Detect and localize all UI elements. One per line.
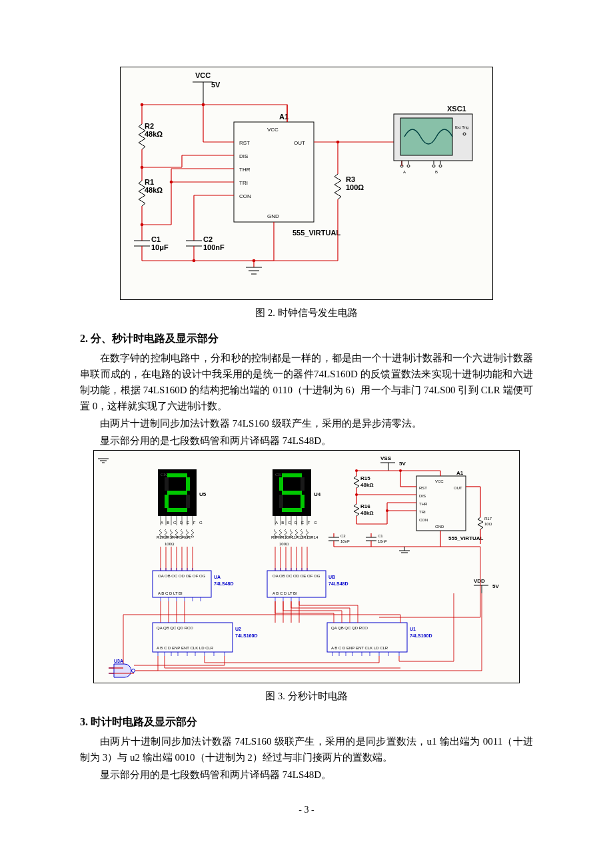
svg-point-57	[407, 165, 410, 167]
svg-rect-136	[167, 508, 187, 512]
vcc-label: VCC	[195, 71, 211, 79]
svg-text:R15: R15	[360, 475, 370, 481]
page-number: - 3 -	[80, 803, 533, 817]
svg-text:CK: CK	[161, 472, 167, 477]
svg-text:A B C D E F G: A B C D E F G	[275, 521, 318, 525]
chip-model: 555_VIRTUAL	[293, 229, 340, 237]
svg-text:C2: C2	[340, 534, 346, 538]
svg-text:VSS: VSS	[380, 455, 392, 461]
figure2-caption: 图 2. 时钟信号发生电路	[80, 305, 533, 321]
svg-text:QA QB QC QD   RCO: QA QB QC QD RCO	[157, 626, 193, 630]
svg-text:74LS160D: 74LS160D	[235, 633, 257, 638]
svg-rect-134	[167, 491, 187, 495]
c1-val: 10μF	[151, 243, 169, 251]
c2-name: C2	[203, 235, 213, 243]
svg-point-58	[432, 165, 435, 167]
svg-point-250	[132, 669, 135, 672]
svg-rect-153	[301, 495, 305, 508]
svg-text:A: A	[403, 170, 406, 174]
svg-rect-154	[282, 508, 302, 512]
svg-text:U2: U2	[235, 627, 241, 631]
svg-text:OUT: OUT	[454, 486, 462, 490]
section-3-p2: 显示部分用的是七段数码管和两片译码器 74LS48D。	[80, 767, 533, 783]
resistor-array-right: R8R9R10R11R12R13R14 100Ω	[271, 529, 318, 546]
svg-rect-137	[165, 477, 169, 491]
svg-text:CON: CON	[239, 193, 251, 199]
svg-text:QA QB QC QD   RCO: QA QB QC QD RCO	[331, 626, 368, 630]
svg-rect-53	[400, 118, 452, 155]
section-2-p1: 在数字钟的控制电路中，分和秒的控制都是一样的，都是由一个十进制计数器和一个六进制…	[80, 350, 533, 414]
svg-text:GND: GND	[435, 525, 444, 529]
svg-rect-156	[279, 495, 283, 508]
svg-rect-150	[282, 473, 302, 477]
figure3-caption: 图 3. 分秒计时电路	[80, 689, 533, 704]
svg-text:A B C D ENP ENT CLK LD CLR: A B C D ENP ENT CLK LD CLR	[157, 646, 214, 650]
svg-rect-152	[282, 491, 302, 495]
resistor-array-left: R1R2R3R4R5R6R7 100Ω	[157, 529, 194, 546]
svg-text:OUT: OUT	[294, 140, 305, 146]
seven-seg-u5: CK	[158, 469, 197, 516]
svg-text:U5: U5	[199, 491, 207, 497]
svg-point-98	[399, 469, 402, 472]
svg-text:OA OB OC OD OE OF OG: OA OB OC OD OE OF OG	[158, 574, 206, 578]
svg-point-59	[439, 165, 442, 167]
c1-name: C1	[151, 235, 161, 243]
section-2-p3: 显示部分用的是七段数码管和两片译码器 74LS48D。	[80, 433, 533, 449]
svg-point-104	[386, 509, 388, 512]
svg-text:U1: U1	[410, 627, 416, 631]
r1-name: R1	[145, 178, 154, 186]
r3-val: 100Ω	[346, 183, 364, 191]
svg-text:74LS160D: 74LS160D	[410, 633, 432, 638]
svg-point-18	[193, 259, 196, 263]
svg-text:U4: U4	[314, 491, 321, 497]
svg-text:74LS48D: 74LS48D	[328, 581, 348, 586]
svg-text:GND: GND	[267, 213, 279, 219]
svg-text:RST: RST	[419, 486, 427, 490]
svg-text:74LS48D: 74LS48D	[214, 581, 234, 586]
svg-text:UB: UB	[328, 575, 335, 579]
svg-text:TRI: TRI	[239, 180, 248, 186]
section-2-heading: 2. 分、秒计时电路及显示部分	[80, 330, 533, 347]
svg-text:U3A: U3A	[114, 659, 123, 663]
c2-val: 100nF	[203, 243, 225, 251]
svg-rect-151	[279, 477, 283, 491]
svg-text:Ext Trig: Ext Trig	[455, 125, 468, 129]
circuit-diagram-555: VCC 5V R2 48kΩ R1 48kΩ C1 10μF	[120, 67, 493, 300]
svg-text:10Ω: 10Ω	[484, 522, 492, 526]
circuit2-svg: VSS 5V R15 48kΩ R16 48kΩ A1 VCC RST OUT …	[94, 451, 520, 684]
svg-text:VDD: VDD	[474, 578, 485, 584]
r3-name: R3	[346, 175, 355, 183]
section-3-heading: 3. 时计时电路及显示部分	[80, 713, 533, 731]
circuit-diagram-minsec: VSS 5V R15 48kΩ R16 48kΩ A1 VCC RST OUT …	[93, 450, 520, 683]
svg-text:DIS: DIS	[419, 494, 426, 498]
section-3-p1: 由两片十进制同步加法计数器 74LS160 级联产生，采用的是同步置数法，u1 …	[80, 733, 533, 765]
svg-point-40	[170, 181, 173, 184]
svg-text:A B C D E F G: A B C D E F G	[161, 521, 204, 525]
svg-text:TRI: TRI	[419, 510, 426, 514]
circuit-svg: VCC 5V R2 48kΩ R1 48kΩ C1 10μF	[121, 67, 494, 301]
svg-text:THR: THR	[239, 167, 251, 173]
svg-text:48kΩ: 48kΩ	[360, 482, 374, 488]
r2-val: 48kΩ	[145, 130, 163, 138]
svg-rect-135	[165, 495, 169, 508]
svg-rect-155	[301, 477, 305, 491]
svg-text:VCC: VCC	[267, 127, 279, 133]
svg-rect-132	[167, 473, 187, 477]
svg-text:48kΩ: 48kΩ	[360, 510, 374, 516]
svg-text:C1: C1	[378, 534, 383, 538]
r1-val: 48kΩ	[145, 186, 163, 194]
r2-name: R2	[145, 122, 154, 130]
svg-text:10nF: 10nF	[340, 539, 350, 543]
svg-text:A  B  C  D  LT  BI: A B C D LT BI	[273, 591, 297, 595]
svg-text:A  B  C  D  LT  BI: A B C D LT BI	[158, 591, 183, 595]
svg-point-52	[336, 141, 340, 144]
svg-text:10nF: 10nF	[378, 539, 387, 543]
svg-text:5V: 5V	[399, 461, 406, 467]
svg-text:R8R9R10R11R12R13R14: R8R9R10R11R12R13R14	[271, 535, 318, 539]
svg-text:CK: CK	[275, 472, 282, 477]
svg-text:R17: R17	[484, 517, 492, 521]
svg-text:R16: R16	[360, 503, 370, 509]
svg-text:CON: CON	[419, 518, 428, 522]
svg-text:THR: THR	[419, 502, 428, 506]
vcc-value: 5V	[211, 81, 221, 89]
